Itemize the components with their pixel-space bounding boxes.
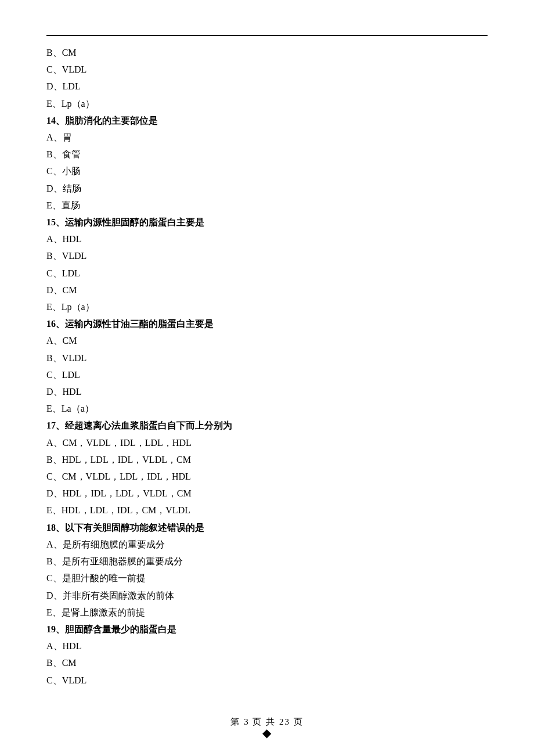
option-line: D、HDL，IDL，LDL，VLDL，CM (46, 485, 488, 502)
option-line: A、CM (46, 332, 488, 349)
option-line: D、HDL (46, 383, 488, 400)
question-head: 17、经超速离心法血浆脂蛋白自下而上分别为 (46, 417, 488, 434)
option-line: A、胃 (46, 129, 488, 146)
option-line: C、LDL (46, 366, 488, 383)
option-line: A、HDL (46, 638, 488, 654)
option-line: D、LDL (46, 78, 488, 95)
option-line: B、CM (46, 44, 488, 61)
option-line: E、Lp（a） (46, 95, 488, 112)
option-line: D、结肠 (46, 180, 488, 197)
option-line: E、Lp（a） (46, 298, 488, 315)
option-line: C、CM，VLDL，LDL，IDL，HDL (46, 468, 488, 485)
page-footer: 第 3 页 共 23 页 ◆ (0, 717, 534, 736)
option-line: B、CM (46, 654, 488, 671)
option-line: C、VLDL (46, 672, 488, 689)
question-head: 18、以下有关胆固醇功能叙述错误的是 (46, 519, 488, 536)
option-line: B、是所有亚细胞器膜的重要成分 (46, 553, 488, 570)
option-line: D、CM (46, 282, 488, 298)
question-head: 19、胆固醇含量最少的脂蛋白是 (46, 621, 488, 638)
question-head: 14、脂肪消化的主要部位是 (46, 112, 488, 129)
page-container: B、CM C、VLDL D、LDL E、Lp（a） 14、脂肪消化的主要部位是 … (0, 0, 534, 689)
content-block: B、CM C、VLDL D、LDL E、Lp（a） 14、脂肪消化的主要部位是 … (46, 44, 488, 689)
question-head: 15、运输内源性胆固醇的脂蛋白主要是 (46, 214, 488, 231)
option-line: B、VLDL (46, 350, 488, 366)
option-line: A、CM，VLDL，IDL，LDL，HDL (46, 434, 488, 451)
option-line: B、食管 (46, 146, 488, 163)
top-rule (46, 35, 488, 36)
footer-ornament: ◆ (0, 730, 534, 736)
option-line: E、La（a） (46, 400, 488, 417)
option-line: D、并非所有类固醇激素的前体 (46, 587, 488, 604)
footer-text: 第 3 页 共 23 页 (230, 717, 303, 726)
option-line: C、VLDL (46, 61, 488, 78)
option-line: B、VLDL (46, 247, 488, 264)
option-line: A、HDL (46, 231, 488, 247)
option-line: E、是肾上腺激素的前提 (46, 604, 488, 621)
option-line: A、是所有细胞膜的重要成分 (46, 536, 488, 553)
option-line: E、直肠 (46, 197, 488, 214)
option-line: C、LDL (46, 265, 488, 282)
option-line: B、HDL，LDL，IDL，VLDL，CM (46, 451, 488, 468)
option-line: C、小肠 (46, 163, 488, 179)
question-head: 16、运输内源性甘油三酯的脂蛋白主要是 (46, 315, 488, 332)
option-line: C、是胆汁酸的唯一前提 (46, 570, 488, 586)
option-line: E、HDL，LDL，IDL，CM，VLDL (46, 502, 488, 519)
